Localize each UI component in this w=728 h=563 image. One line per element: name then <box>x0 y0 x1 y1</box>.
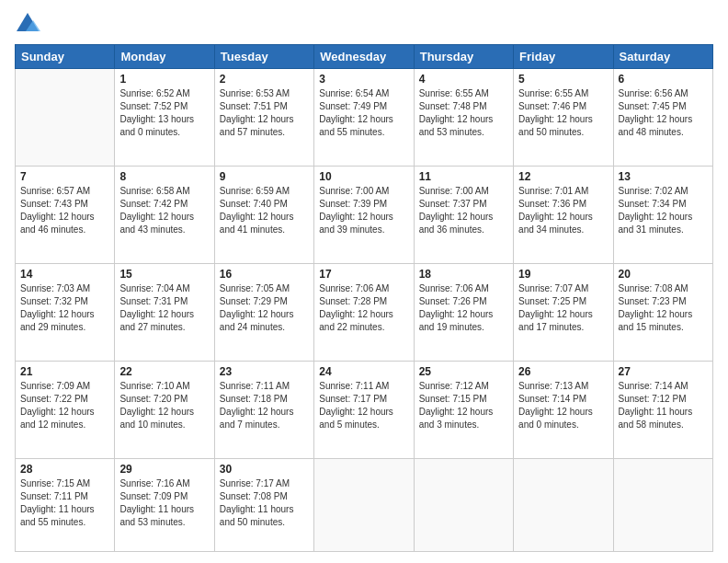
day-number: 29 <box>119 463 209 476</box>
day-number: 4 <box>419 73 508 86</box>
calendar-week-3: 21Sunrise: 7:09 AMSunset: 7:22 PMDayligh… <box>16 361 713 458</box>
calendar-cell: 21Sunrise: 7:09 AMSunset: 7:22 PMDayligh… <box>16 361 115 458</box>
day-number: 22 <box>119 365 209 378</box>
day-number: 8 <box>119 170 209 183</box>
calendar-cell: 1Sunrise: 6:52 AMSunset: 7:52 PMDaylight… <box>115 69 214 167</box>
calendar-cell: 26Sunrise: 7:13 AMSunset: 7:14 PMDayligh… <box>514 361 613 458</box>
header-sunday: Sunday <box>16 45 115 69</box>
calendar-cell <box>613 458 712 551</box>
calendar-cell: 15Sunrise: 7:04 AMSunset: 7:31 PMDayligh… <box>115 263 214 361</box>
calendar-cell: 5Sunrise: 6:55 AMSunset: 7:46 PMDaylight… <box>514 69 613 167</box>
day-number: 5 <box>518 73 608 86</box>
day-info: Sunrise: 7:12 AMSunset: 7:15 PMDaylight:… <box>419 380 508 431</box>
day-number: 9 <box>220 170 309 183</box>
day-number: 18 <box>419 268 508 281</box>
logo-icon <box>15 11 40 37</box>
calendar-cell: 8Sunrise: 6:58 AMSunset: 7:42 PMDaylight… <box>115 166 214 263</box>
day-info: Sunrise: 7:17 AMSunset: 7:08 PMDaylight:… <box>220 477 309 529</box>
day-info: Sunrise: 7:09 AMSunset: 7:22 PMDaylight:… <box>20 380 109 431</box>
calendar-cell <box>16 69 115 167</box>
calendar-cell: 11Sunrise: 7:00 AMSunset: 7:37 PMDayligh… <box>414 166 513 263</box>
calendar-cell: 18Sunrise: 7:06 AMSunset: 7:26 PMDayligh… <box>414 263 513 361</box>
day-info: Sunrise: 7:01 AMSunset: 7:36 PMDaylight:… <box>518 185 608 236</box>
day-number: 6 <box>619 73 708 86</box>
calendar-header-row: SundayMondayTuesdayWednesdayThursdayFrid… <box>16 45 713 69</box>
day-info: Sunrise: 7:06 AMSunset: 7:28 PMDaylight:… <box>319 282 408 334</box>
day-info: Sunrise: 7:05 AMSunset: 7:29 PMDaylight:… <box>220 282 309 334</box>
calendar-cell: 6Sunrise: 6:56 AMSunset: 7:45 PMDaylight… <box>613 69 712 167</box>
calendar-cell: 4Sunrise: 6:55 AMSunset: 7:48 PMDaylight… <box>414 69 513 167</box>
day-number: 2 <box>220 73 309 86</box>
calendar-cell: 10Sunrise: 7:00 AMSunset: 7:39 PMDayligh… <box>314 166 414 263</box>
calendar-cell: 25Sunrise: 7:12 AMSunset: 7:15 PMDayligh… <box>414 361 513 458</box>
header <box>15 11 713 37</box>
day-info: Sunrise: 6:56 AMSunset: 7:45 PMDaylight:… <box>619 87 708 139</box>
calendar-table: SundayMondayTuesdayWednesdayThursdayFrid… <box>15 44 713 552</box>
day-number: 20 <box>619 268 708 281</box>
day-number: 24 <box>319 365 408 378</box>
calendar-cell: 7Sunrise: 6:57 AMSunset: 7:43 PMDaylight… <box>16 166 115 263</box>
day-number: 25 <box>419 365 508 378</box>
day-info: Sunrise: 6:58 AMSunset: 7:42 PMDaylight:… <box>119 185 209 236</box>
day-number: 30 <box>220 463 309 476</box>
day-info: Sunrise: 7:11 AMSunset: 7:18 PMDaylight:… <box>220 380 309 431</box>
day-info: Sunrise: 6:55 AMSunset: 7:48 PMDaylight:… <box>419 87 508 139</box>
day-info: Sunrise: 7:04 AMSunset: 7:31 PMDaylight:… <box>119 282 209 334</box>
day-info: Sunrise: 7:08 AMSunset: 7:23 PMDaylight:… <box>619 282 708 334</box>
day-info: Sunrise: 7:06 AMSunset: 7:26 PMDaylight:… <box>419 282 508 334</box>
day-info: Sunrise: 6:52 AMSunset: 7:52 PMDaylight:… <box>119 87 209 139</box>
day-info: Sunrise: 6:53 AMSunset: 7:51 PMDaylight:… <box>220 87 309 139</box>
calendar-cell: 28Sunrise: 7:15 AMSunset: 7:11 PMDayligh… <box>16 458 115 551</box>
day-number: 1 <box>119 73 209 86</box>
day-info: Sunrise: 7:03 AMSunset: 7:32 PMDaylight:… <box>20 282 109 334</box>
day-number: 13 <box>619 170 708 183</box>
day-info: Sunrise: 7:11 AMSunset: 7:17 PMDaylight:… <box>319 380 408 431</box>
day-number: 15 <box>119 268 209 281</box>
day-number: 11 <box>419 170 508 183</box>
calendar-week-4: 28Sunrise: 7:15 AMSunset: 7:11 PMDayligh… <box>16 458 713 551</box>
day-number: 14 <box>20 268 109 281</box>
calendar-week-2: 14Sunrise: 7:03 AMSunset: 7:32 PMDayligh… <box>16 263 713 361</box>
calendar-cell: 9Sunrise: 6:59 AMSunset: 7:40 PMDaylight… <box>214 166 313 263</box>
calendar-cell: 24Sunrise: 7:11 AMSunset: 7:17 PMDayligh… <box>314 361 414 458</box>
calendar-cell: 19Sunrise: 7:07 AMSunset: 7:25 PMDayligh… <box>514 263 613 361</box>
header-thursday: Thursday <box>414 45 513 69</box>
day-info: Sunrise: 7:02 AMSunset: 7:34 PMDaylight:… <box>619 185 708 236</box>
header-friday: Friday <box>514 45 613 69</box>
day-number: 17 <box>319 268 408 281</box>
logo <box>15 11 44 37</box>
calendar-week-1: 7Sunrise: 6:57 AMSunset: 7:43 PMDaylight… <box>16 166 713 263</box>
calendar-cell: 2Sunrise: 6:53 AMSunset: 7:51 PMDaylight… <box>214 69 313 167</box>
calendar-cell <box>514 458 613 551</box>
day-info: Sunrise: 6:59 AMSunset: 7:40 PMDaylight:… <box>220 185 309 236</box>
calendar-cell: 23Sunrise: 7:11 AMSunset: 7:18 PMDayligh… <box>214 361 313 458</box>
day-number: 23 <box>220 365 309 378</box>
calendar-cell: 22Sunrise: 7:10 AMSunset: 7:20 PMDayligh… <box>115 361 214 458</box>
day-number: 19 <box>518 268 608 281</box>
day-info: Sunrise: 7:07 AMSunset: 7:25 PMDaylight:… <box>518 282 608 334</box>
calendar-cell: 16Sunrise: 7:05 AMSunset: 7:29 PMDayligh… <box>214 263 313 361</box>
day-info: Sunrise: 7:10 AMSunset: 7:20 PMDaylight:… <box>119 380 209 431</box>
header-monday: Monday <box>115 45 214 69</box>
day-number: 21 <box>20 365 109 378</box>
page: SundayMondayTuesdayWednesdayThursdayFrid… <box>0 0 728 563</box>
day-number: 12 <box>518 170 608 183</box>
calendar-cell: 13Sunrise: 7:02 AMSunset: 7:34 PMDayligh… <box>613 166 712 263</box>
day-number: 16 <box>220 268 309 281</box>
day-info: Sunrise: 7:00 AMSunset: 7:37 PMDaylight:… <box>419 185 508 236</box>
calendar-cell: 30Sunrise: 7:17 AMSunset: 7:08 PMDayligh… <box>214 458 313 551</box>
calendar-cell: 14Sunrise: 7:03 AMSunset: 7:32 PMDayligh… <box>16 263 115 361</box>
day-info: Sunrise: 6:55 AMSunset: 7:46 PMDaylight:… <box>518 87 608 139</box>
calendar-cell <box>414 458 513 551</box>
day-number: 3 <box>319 73 408 86</box>
day-info: Sunrise: 7:15 AMSunset: 7:11 PMDaylight:… <box>20 477 109 529</box>
day-number: 26 <box>518 365 608 378</box>
header-saturday: Saturday <box>613 45 712 69</box>
day-info: Sunrise: 6:57 AMSunset: 7:43 PMDaylight:… <box>20 185 109 236</box>
header-tuesday: Tuesday <box>214 45 313 69</box>
calendar-cell: 20Sunrise: 7:08 AMSunset: 7:23 PMDayligh… <box>613 263 712 361</box>
day-info: Sunrise: 7:16 AMSunset: 7:09 PMDaylight:… <box>119 477 209 529</box>
calendar-cell: 17Sunrise: 7:06 AMSunset: 7:28 PMDayligh… <box>314 263 414 361</box>
day-number: 28 <box>20 463 109 476</box>
calendar-cell: 29Sunrise: 7:16 AMSunset: 7:09 PMDayligh… <box>115 458 214 551</box>
